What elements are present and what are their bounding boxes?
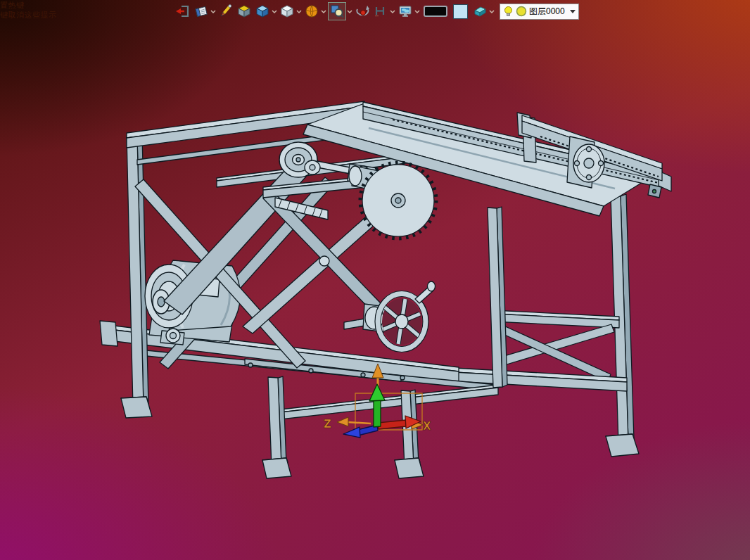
orbit-button[interactable]	[354, 3, 371, 20]
exit-button[interactable]	[174, 3, 191, 20]
sphere-orange-button[interactable]	[303, 3, 320, 20]
main-toolbar: 图层0000	[174, 2, 579, 20]
dropdown-caret[interactable]	[320, 4, 326, 19]
dropdown-caret[interactable]	[295, 4, 302, 19]
cube-white-icon	[279, 4, 295, 19]
layer-combo[interactable]: 图层0000	[500, 4, 579, 20]
orbit-icon	[355, 4, 370, 19]
hint-line-2: 键取消这些提示	[0, 10, 57, 20]
layer-name: 图层0000	[529, 6, 568, 18]
dropdown-caret[interactable]	[488, 4, 495, 19]
dimension-h-button[interactable]	[372, 3, 389, 20]
color-swatch[interactable]	[453, 4, 468, 19]
machine-3d-model[interactable]: Z X	[0, 0, 750, 560]
dropdown-caret[interactable]	[271, 4, 277, 19]
render-monitor-icon	[398, 4, 413, 19]
lineweight-swatch[interactable]	[424, 6, 447, 17]
dropdown-caret[interactable]	[346, 4, 352, 19]
layer-circle-icon	[516, 6, 527, 17]
axis-label-z: Z	[324, 418, 331, 431]
dimension-h-icon	[373, 4, 388, 19]
pencil-icon	[218, 4, 234, 19]
cube-blue-icon	[255, 4, 270, 19]
zoom-box-button[interactable]	[328, 2, 346, 20]
eraser-icon	[472, 4, 488, 19]
iso-box-button[interactable]	[236, 3, 253, 20]
hint-line-1: 置热键	[0, 0, 57, 10]
dropdown-caret[interactable]	[389, 4, 395, 19]
notebook-icon	[193, 4, 209, 19]
exit-icon	[175, 4, 191, 19]
axis-label-x: X	[423, 420, 431, 433]
right-front-leg[interactable]	[488, 207, 507, 388]
iso-box-icon	[236, 4, 252, 19]
hotkey-hint: 置热键 键取消这些提示	[0, 0, 57, 20]
sphere-orange-icon	[304, 4, 319, 19]
render-monitor-button[interactable]	[397, 3, 414, 20]
dropdown-caret[interactable]	[414, 4, 420, 19]
zoom-box-icon	[329, 4, 345, 19]
cube-blue-button[interactable]	[254, 3, 271, 20]
eraser-button[interactable]	[471, 3, 488, 20]
combo-dropdown-caret[interactable]	[570, 10, 576, 13]
notebook-button[interactable]	[193, 3, 210, 20]
cad-viewport[interactable]: Z X	[0, 0, 750, 560]
dropdown-caret[interactable]	[210, 4, 216, 19]
pencil-button[interactable]	[217, 3, 234, 20]
cube-white-button[interactable]	[279, 3, 295, 20]
bulb-icon	[503, 6, 514, 18]
